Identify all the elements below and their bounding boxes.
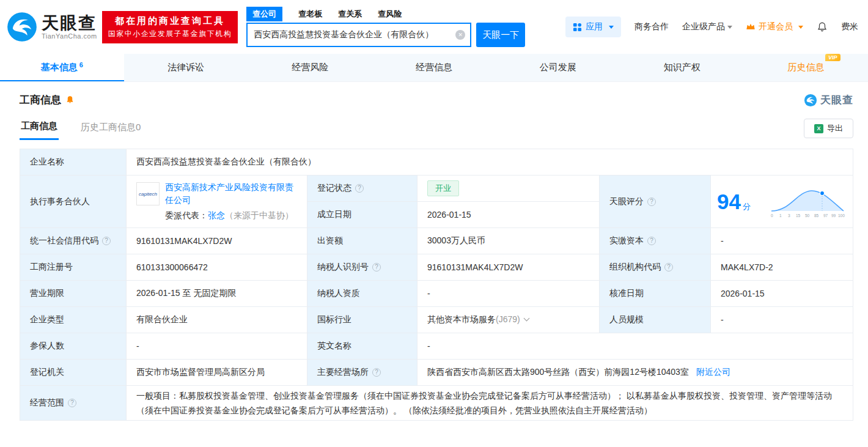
industry-code: (J679) bbox=[496, 314, 520, 324]
svg-text:50: 50 bbox=[805, 213, 810, 218]
managing-partner-label: 执行事务合伙人 bbox=[20, 175, 127, 228]
help-icon[interactable] bbox=[68, 399, 76, 407]
user-account[interactable]: 费米 bbox=[841, 21, 858, 32]
tab-intellectual-property[interactable]: 知识产权 bbox=[620, 54, 744, 81]
company-nav-tabs: 基本信息 6 法律诉讼 经营风险 经营信息 公司发展 知识产权 历史信息 VIP bbox=[0, 54, 868, 82]
org-code-label: 组织机构代码 bbox=[600, 254, 711, 281]
chevron-down-icon bbox=[727, 26, 732, 29]
tab-company-development[interactable]: 公司发展 bbox=[496, 54, 620, 81]
help-icon[interactable] bbox=[664, 263, 673, 272]
help-icon[interactable] bbox=[647, 237, 656, 245]
tianyancha-watermark: 天眼查 bbox=[804, 93, 853, 107]
table-row: 企业类型 有限合伙企业 国标行业 其他资本市场服务(J679) 人员规模 - bbox=[20, 307, 853, 333]
search-row: ✕ 天眼一下 bbox=[246, 23, 525, 47]
search-tab-boss[interactable]: 查老板 bbox=[298, 9, 322, 20]
excel-icon: X bbox=[814, 124, 823, 133]
logo-subtitle: TianYanCha.com bbox=[42, 32, 97, 40]
table-row: 执行事务合伙人 capitech 西安高新技术产业风险投资有限责任公司 委派代表… bbox=[20, 175, 853, 202]
reg-authority-value: 西安市市场监督管理局高新区分局 bbox=[127, 360, 307, 386]
section-header: 工商信息 天眼查 bbox=[20, 93, 853, 107]
search-input[interactable] bbox=[254, 30, 455, 40]
tab-operational-risk[interactable]: 经营风险 bbox=[248, 54, 372, 81]
tab-basic-info[interactable]: 基本信息 6 bbox=[0, 54, 124, 81]
slogan-line2: 国家中小企业发展子基金旗下机构 bbox=[108, 29, 232, 39]
status-badge: 开业 bbox=[427, 180, 459, 196]
taxpayer-id-value: 91610131MAK4LX7D2W bbox=[417, 254, 600, 281]
tab-history-info-label: 历史信息 bbox=[788, 62, 825, 72]
english-name-label: 英文名称 bbox=[307, 333, 417, 360]
tab-basic-info-label: 基本信息 bbox=[41, 62, 78, 73]
header-right-nav: 应用 商务合作 企业级产品 开通会员 费米 bbox=[565, 17, 858, 37]
search-tab-relation[interactable]: 查关系 bbox=[338, 9, 362, 20]
vip-badge: VIP bbox=[825, 54, 840, 61]
svg-text:3: 3 bbox=[788, 213, 790, 218]
reg-authority-label: 登记机关 bbox=[20, 360, 127, 386]
chevron-down-icon[interactable] bbox=[523, 316, 529, 322]
help-icon[interactable] bbox=[355, 184, 364, 193]
svg-text:85: 85 bbox=[814, 213, 819, 218]
tab-basic-info-count: 6 bbox=[79, 61, 83, 68]
svg-text:97: 97 bbox=[823, 213, 828, 218]
tab-business-info-label: 经营信息 bbox=[416, 62, 452, 73]
username-label: 费米 bbox=[841, 21, 858, 32]
table-row: 工商注册号 610131300066472 纳税人识别号 91610131MAK… bbox=[20, 254, 853, 281]
company-name-label: 企业名称 bbox=[20, 149, 127, 175]
business-cooperation-label: 商务合作 bbox=[634, 21, 669, 32]
subtab-history-registration[interactable]: 历史工商信息0 bbox=[79, 118, 142, 139]
rep-source: （来源于中基协） bbox=[225, 210, 293, 220]
tab-history-info[interactable]: 历史信息 VIP bbox=[744, 54, 868, 81]
apps-menu[interactable]: 应用 bbox=[565, 17, 621, 37]
score-curve-chart: 0 1 3 15 50 85 97 99 100 bbox=[768, 184, 847, 220]
tab-intellectual-property-label: 知识产权 bbox=[664, 62, 701, 73]
clear-icon[interactable]: ✕ bbox=[455, 30, 465, 40]
open-vip-label: 开通会员 bbox=[759, 21, 793, 32]
partner-logo: capitech bbox=[136, 182, 160, 205]
svg-text:0: 0 bbox=[771, 213, 773, 218]
industry-value: 其他资本市场服务(J679) bbox=[417, 307, 600, 333]
nearby-companies-link[interactable]: 附近公司 bbox=[696, 367, 730, 377]
help-icon[interactable] bbox=[102, 237, 111, 245]
section-title: 工商信息 bbox=[20, 93, 61, 107]
help-icon[interactable] bbox=[372, 368, 381, 377]
monitor-bell-icon[interactable] bbox=[65, 95, 75, 105]
svg-text:100: 100 bbox=[838, 213, 845, 218]
credit-code-value: 91610131MAK4LX7D2W bbox=[127, 228, 307, 254]
export-button[interactable]: X 导出 bbox=[804, 119, 853, 138]
business-cooperation-link[interactable]: 商务合作 bbox=[634, 21, 669, 32]
crown-icon bbox=[746, 23, 756, 31]
tab-business-info[interactable]: 经营信息 bbox=[372, 54, 496, 81]
slogan-banner: 都在用的商业查询工具 国家中小企业发展子基金旗下机构 bbox=[102, 11, 238, 43]
score-unit: 分 bbox=[743, 201, 751, 212]
tab-legal-proceedings-label: 法律诉讼 bbox=[167, 62, 204, 73]
open-vip-menu[interactable]: 开通会员 bbox=[746, 21, 803, 32]
search-button[interactable]: 天眼一下 bbox=[476, 23, 525, 47]
insured-count-label: 参保人数 bbox=[20, 333, 127, 360]
business-term-label: 营业期限 bbox=[20, 281, 127, 307]
enterprise-products-menu[interactable]: 企业级产品 bbox=[682, 21, 732, 32]
chevron-down-icon bbox=[798, 26, 803, 29]
search-tab-risk[interactable]: 查风险 bbox=[378, 9, 402, 20]
partner-company-link[interactable]: 西安高新技术产业风险投资有限责任公司 bbox=[165, 182, 293, 205]
rep-name-link[interactable]: 张念 bbox=[208, 210, 225, 220]
insured-count-value: - bbox=[127, 333, 307, 360]
notification-bell-icon[interactable] bbox=[817, 21, 828, 32]
tab-legal-proceedings[interactable]: 法律诉讼 bbox=[124, 54, 248, 81]
search-tab-company[interactable]: 查公司 bbox=[246, 7, 282, 21]
tianyancha-logo[interactable]: 天眼查 TianYanCha.com bbox=[6, 11, 97, 43]
search-input-wrap: ✕ bbox=[246, 23, 471, 47]
slogan-line1: 都在用的商业查询工具 bbox=[108, 15, 232, 27]
table-row: 登记机关 西安市市场监督管理局高新区分局 主要经营场所 陕西省西安市高新区西太路… bbox=[20, 360, 853, 386]
watermark-text: 天眼查 bbox=[820, 93, 853, 107]
score-number: 94 bbox=[717, 190, 741, 214]
svg-text:99: 99 bbox=[831, 213, 836, 218]
table-row: 经营范围 一般项目：私募股权投资基金管理、创业投资基金管理服务（须在中国证券投资… bbox=[20, 386, 853, 421]
tab-company-development-label: 公司发展 bbox=[540, 62, 576, 73]
subtabs-row: 工商信息 历史工商信息0 X 导出 bbox=[20, 117, 853, 140]
taxpayer-quality-value: - bbox=[417, 281, 600, 307]
business-scope-label: 经营范围 bbox=[20, 386, 127, 421]
company-name-value: 西安西高投益慧投资基金合伙企业（有限合伙） bbox=[127, 149, 853, 175]
subtab-business-registration[interactable]: 工商信息 bbox=[20, 117, 59, 140]
org-code-value: MAK4LX7D-2 bbox=[711, 254, 853, 281]
help-icon[interactable] bbox=[647, 198, 656, 206]
help-icon[interactable] bbox=[372, 263, 381, 272]
